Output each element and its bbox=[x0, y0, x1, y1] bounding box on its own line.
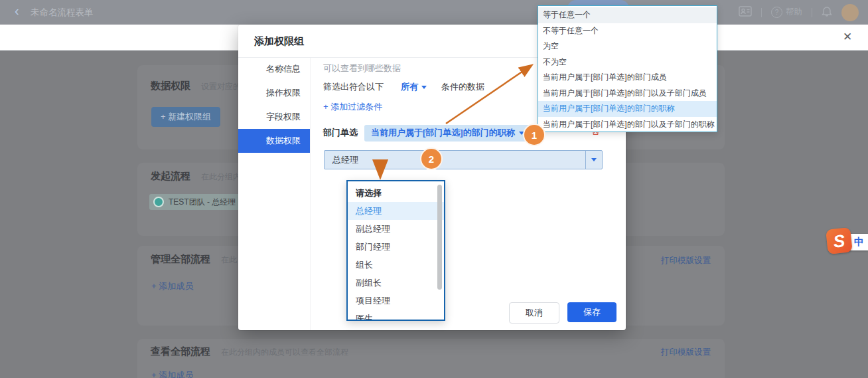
condition-type-dropdown[interactable]: 当前用户属于[部门单选]的部门的职称 bbox=[364, 125, 531, 142]
tab-name-info[interactable]: 名称信息 bbox=[238, 57, 310, 81]
scrollbar-thumb[interactable] bbox=[437, 185, 442, 290]
job-title-dropdown: 请选择 总经理 副总经理 部门经理 组长 副组长 项目经理 医生 bbox=[346, 180, 445, 321]
dropdown-item[interactable]: 不为空 bbox=[538, 54, 717, 70]
modal-tabs: 名称信息 操作权限 字段权限 数据权限 bbox=[238, 57, 310, 153]
chevron-down-icon bbox=[591, 158, 597, 161]
section-title: 查看全部流程 bbox=[151, 345, 210, 358]
dropdown-item[interactable]: 不等于任意一个 bbox=[538, 23, 717, 39]
print-template-link[interactable]: 打印模版设置 bbox=[661, 347, 711, 358]
dropdown-item[interactable]: 副组长 bbox=[348, 274, 444, 292]
dropdown-item[interactable]: 当前用户属于[部门单选]的部门以及子部门成员 bbox=[538, 86, 717, 102]
topbar-divider bbox=[812, 8, 812, 17]
avatar[interactable] bbox=[841, 4, 859, 21]
filter-condition-row: 部门单选 当前用户属于[部门单选]的部门的职称 bbox=[323, 124, 531, 142]
save-button[interactable]: 保存 bbox=[567, 302, 616, 322]
sogou-logo-icon[interactable]: S bbox=[826, 227, 853, 254]
back-icon[interactable]: ‹ bbox=[15, 3, 19, 19]
app-root: ‹ 未命名流程表单 ? 帮助 数据权限 bbox=[0, 0, 868, 378]
modal-title: 添加权限组 bbox=[254, 25, 304, 57]
dropdown-item[interactable]: 请选择 bbox=[348, 184, 444, 202]
dropdown-item[interactable]: 医生 bbox=[348, 310, 444, 321]
bell-icon[interactable] bbox=[822, 5, 832, 19]
add-filter-condition-link[interactable]: + 添加过滤条件 bbox=[323, 101, 382, 113]
filter-rule-row: 筛选出符合以下 所有 条件的数据 bbox=[323, 81, 484, 93]
topbar-actions: ? 帮助 bbox=[739, 0, 859, 25]
dropdown-item[interactable]: 等于任意一个 bbox=[538, 7, 717, 23]
dropdown-item[interactable]: 组长 bbox=[348, 256, 444, 274]
add-member-link[interactable]: + 添加成员 bbox=[151, 280, 193, 292]
add-member-link[interactable]: + 添加成员 bbox=[151, 369, 193, 378]
section-title: 发起流程 bbox=[151, 170, 190, 183]
filter-operator-dropdown[interactable]: 所有 bbox=[401, 81, 427, 93]
dropdown-item[interactable]: 部门经理 bbox=[348, 238, 444, 256]
section-desc: 在此分组内 bbox=[201, 171, 241, 183]
team-member-chip[interactable]: TEST团队 - 总经理 bbox=[149, 194, 242, 210]
section-title: 数据权限 bbox=[151, 80, 190, 92]
dropdown-item[interactable]: 当前用户属于[部门单选]的部门以及子部门的职称 bbox=[538, 117, 717, 133]
help-button[interactable]: ? 帮助 bbox=[771, 7, 802, 18]
select-arrow-segment[interactable] bbox=[585, 151, 602, 169]
tab-operation-permission[interactable]: 操作权限 bbox=[238, 81, 310, 105]
filter-suffix: 条件的数据 bbox=[441, 81, 484, 93]
topbar-divider bbox=[761, 8, 762, 17]
section-desc: 在此分组内的成员可以查看全部流程 bbox=[221, 347, 348, 358]
job-title-select[interactable]: 总经理 bbox=[324, 150, 603, 169]
dropdown-item-selected[interactable]: 当前用户属于[部门单选]的部门的职称 bbox=[538, 101, 717, 117]
ime-language-label: 中 bbox=[854, 236, 864, 248]
tab-field-permission[interactable]: 字段权限 bbox=[238, 105, 310, 129]
filter-operator-value: 所有 bbox=[401, 81, 418, 93]
cancel-button[interactable]: 取消 bbox=[509, 302, 559, 324]
topbar: ‹ 未命名流程表单 ? 帮助 bbox=[0, 0, 868, 25]
section-title: 管理全部流程 bbox=[151, 253, 210, 266]
team-member-label: TEST团队 - 总经理 bbox=[169, 197, 236, 208]
dropdown-item[interactable]: 副总经理 bbox=[348, 220, 444, 238]
dropdown-item-selected[interactable]: 总经理 bbox=[348, 202, 444, 220]
dropdown-item[interactable]: 项目经理 bbox=[348, 292, 444, 310]
section-view-all-flows: 查看全部流程 在此分组内的成员可以查看全部流程 打印模版设置 + 添加成员 bbox=[137, 339, 725, 378]
page-title: 未命名流程表单 bbox=[31, 7, 94, 19]
print-template-link[interactable]: 打印模版设置 bbox=[661, 255, 711, 266]
filter-prefix: 筛选出符合以下 bbox=[323, 81, 384, 93]
tab-data-permission[interactable]: 数据权限 bbox=[238, 129, 310, 153]
condition-type-list: 等于任意一个 不等于任意一个 为空 不为空 当前用户属于[部门单选]的部门成员 … bbox=[538, 6, 717, 132]
chevron-down-icon bbox=[421, 86, 427, 89]
ime-indicator: 中 S bbox=[827, 229, 868, 255]
field-label: 部门单选 bbox=[323, 127, 358, 139]
dropdown-item[interactable]: 当前用户属于[部门单选]的部门成员 bbox=[538, 70, 717, 86]
filter-hint: 可以查看到哪些数据 bbox=[323, 62, 401, 74]
ime-logo-letter: S bbox=[833, 232, 846, 250]
help-label: 帮助 bbox=[786, 7, 802, 18]
question-icon: ? bbox=[771, 7, 782, 18]
job-title-value: 总经理 bbox=[332, 154, 358, 166]
job-title-list: 请选择 总经理 副总经理 部门经理 组长 副组长 项目经理 医生 bbox=[348, 181, 444, 321]
annotation-badge-1: 1 bbox=[523, 124, 545, 146]
contact-card-icon[interactable] bbox=[739, 6, 752, 19]
close-icon[interactable]: ✕ bbox=[843, 31, 852, 44]
dropdown-item[interactable]: 为空 bbox=[538, 39, 717, 54]
divider bbox=[310, 58, 311, 330]
new-permission-group-button[interactable]: + 新建权限组 bbox=[151, 107, 220, 127]
condition-type-value: 当前用户属于[部门单选]的部门的职称 bbox=[371, 127, 515, 139]
condition-type-dropdown-panel: 等于任意一个 不等于任意一个 为空 不为空 当前用户属于[部门单选]的部门成员 … bbox=[538, 5, 717, 132]
section-desc: 在此 bbox=[221, 254, 237, 266]
team-icon bbox=[153, 197, 164, 207]
annotation-badge-2: 2 bbox=[420, 147, 443, 170]
section-desc: 设置对应的 bbox=[201, 81, 241, 92]
